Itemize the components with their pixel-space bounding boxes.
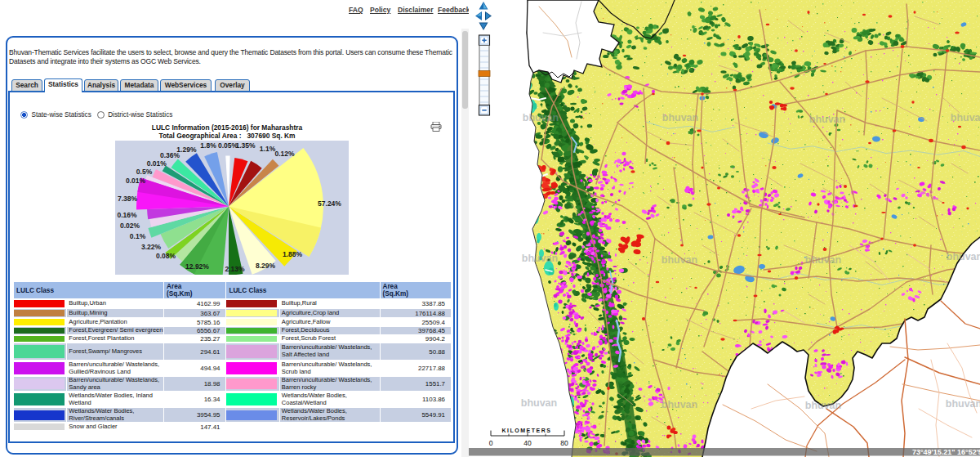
svg-text:3.22%: 3.22% xyxy=(141,243,162,251)
svg-text:bhuvan: bhuvan xyxy=(662,254,697,266)
svg-text:bhuvan: bhuvan xyxy=(946,398,980,410)
svg-text:8.29%: 8.29% xyxy=(256,262,276,270)
svg-text:0.08%: 0.08% xyxy=(156,252,176,260)
svg-text:bhuvan: bhuvan xyxy=(523,112,559,123)
svg-text:0.02%: 0.02% xyxy=(120,222,140,230)
svg-text:1.29%: 1.29% xyxy=(176,146,197,154)
svg-text:0.5%: 0.5% xyxy=(136,168,153,176)
svg-text:12.92%: 12.92% xyxy=(185,262,209,271)
svg-text:7.38%: 7.38% xyxy=(118,195,138,203)
svg-text:80: 80 xyxy=(560,439,568,447)
svg-text:bhuvan: bhuvan xyxy=(522,253,558,264)
svg-text:bhuvan: bhuvan xyxy=(947,251,980,262)
svg-text:bhuvan: bhuvan xyxy=(662,112,698,123)
svg-text:KILOMETERS: KILOMETERS xyxy=(502,428,552,433)
svg-text:bhuvan: bhuvan xyxy=(809,114,845,125)
svg-text:1.1%: 1.1% xyxy=(260,145,276,153)
svg-text:bhuvan: bhuvan xyxy=(951,112,980,123)
svg-text:1.88%: 1.88% xyxy=(283,250,303,258)
svg-text:2.13%: 2.13% xyxy=(225,265,245,273)
svg-text:73°49'15.21" 16°52'53.97": 73°49'15.21" 16°52'53.97" xyxy=(912,448,980,456)
svg-text:bhuvan: bhuvan xyxy=(662,399,697,410)
svg-text:bhuvan: bhuvan xyxy=(805,400,841,411)
svg-text:40: 40 xyxy=(523,439,532,447)
svg-text:0.1%: 0.1% xyxy=(130,232,146,240)
svg-text:bhuvan: bhuvan xyxy=(805,254,841,266)
svg-text:0.12%: 0.12% xyxy=(274,150,295,158)
svg-text:0: 0 xyxy=(489,439,493,447)
svg-text:1.35%: 1.35% xyxy=(235,141,256,150)
svg-text:57.24%: 57.24% xyxy=(318,199,341,208)
svg-text:0.16%: 0.16% xyxy=(117,211,137,219)
svg-text:0.01%: 0.01% xyxy=(126,177,146,185)
svg-text:bhuvan: bhuvan xyxy=(521,397,557,409)
svg-text:1.8%: 1.8% xyxy=(200,141,216,150)
svg-text:0.01%: 0.01% xyxy=(147,159,167,168)
